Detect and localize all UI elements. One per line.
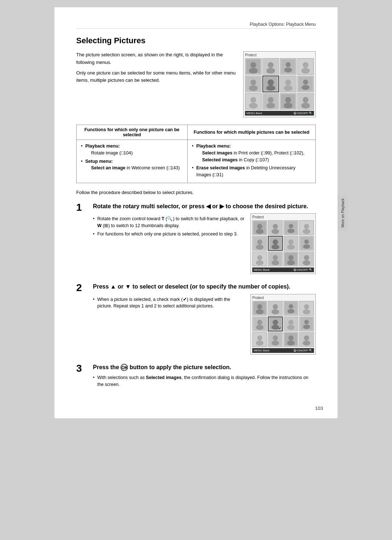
camera-screen-2: Protect: [250, 213, 316, 274]
follow-text: Follow the procedure described below to …: [76, 190, 316, 195]
svg-point-56: [287, 245, 295, 250]
screen-title-2: Protect: [252, 215, 314, 219]
intro-screen-image: Protect: [243, 51, 316, 117]
svg-point-41: [271, 229, 279, 234]
svg-point-77: [271, 310, 279, 315]
svg-point-37: [257, 224, 262, 229]
svg-point-83: [303, 310, 310, 315]
page-title: Selecting Pictures: [76, 36, 316, 45]
thumb: [252, 236, 267, 251]
step-2-number: 2: [76, 283, 87, 293]
thumb: [245, 76, 262, 92]
svg-point-47: [303, 229, 310, 234]
thumb: [299, 236, 314, 251]
svg-point-40: [273, 224, 278, 229]
svg-point-92: [287, 325, 295, 330]
thumb: [268, 220, 283, 235]
svg-point-86: [256, 325, 264, 330]
svg-point-28: [268, 97, 274, 103]
svg-point-10: [303, 62, 309, 68]
table-col2-content: Playback menu: Select images in Print or…: [187, 140, 315, 183]
step-1-image: Protect: [250, 213, 316, 274]
thumb: [252, 317, 267, 331]
svg-point-67: [288, 255, 293, 260]
svg-point-32: [284, 103, 293, 109]
step-3-bullets: With selections such as Selected images,…: [93, 374, 316, 388]
thumb: [252, 301, 267, 316]
camera-screen-1: Protect: [243, 51, 316, 117]
col1-list: Playback menu: Rotate image (□104) Setup…: [81, 143, 183, 172]
col2-list: Playback menu: Select images in Print or…: [192, 143, 311, 178]
thumb: [268, 332, 283, 347]
thumb: [297, 93, 314, 110]
step-1-bullet-1: Rotate the zoom control toward T (🔍) to …: [93, 215, 245, 229]
svg-point-29: [266, 103, 275, 109]
step-3-content: Press the OK button to apply the picture…: [93, 363, 316, 390]
table-col2-header: Functions for which multiple pictures ca…: [187, 125, 315, 140]
svg-point-97: [257, 336, 262, 341]
selection-table: Functions for which only one picture can…: [76, 125, 316, 183]
camera-screen-3: Protect ✔: [250, 294, 316, 355]
thumb: [252, 332, 267, 347]
step-3-bullet-1: With selections such as Selected images,…: [93, 374, 316, 388]
svg-point-46: [304, 224, 309, 229]
svg-point-64: [273, 255, 278, 260]
step-1: 1 Rotate the rotary multi selector, or p…: [76, 202, 316, 274]
thumb: [299, 251, 314, 266]
thumb: [299, 317, 314, 331]
svg-point-62: [256, 260, 264, 265]
thumb: [280, 93, 297, 110]
svg-point-43: [289, 224, 293, 228]
svg-point-22: [303, 80, 308, 85]
screen-bottom-2: MENU Back ⏻ ON/OFF 🔍: [252, 267, 314, 272]
thumb: [262, 76, 279, 92]
page-header: Playback Options: Playback Menu: [76, 22, 316, 29]
svg-point-71: [303, 260, 310, 265]
thumb: [299, 301, 314, 316]
thumb: [252, 251, 267, 266]
svg-point-59: [303, 244, 310, 249]
svg-point-44: [287, 229, 294, 233]
col2-item-2: Erase selected images in Deleting Unnece…: [192, 165, 311, 178]
svg-point-25: [250, 97, 256, 103]
intro-para2: Only one picture can be selected for som…: [76, 69, 236, 85]
svg-point-91: [288, 320, 293, 325]
thumb: [283, 251, 298, 266]
svg-point-35: [301, 103, 310, 109]
svg-point-80: [287, 309, 294, 314]
svg-point-2: [249, 68, 258, 74]
screen-title-1: Protect: [245, 53, 314, 57]
step-2-bullet-1: When a picture is selected, a check mark…: [93, 296, 245, 310]
step-3-number: 3: [76, 363, 87, 374]
table-col1-content: Playback menu: Rotate image (□104) Setup…: [77, 140, 188, 183]
svg-point-104: [287, 341, 295, 346]
thumb: [297, 76, 314, 92]
svg-point-73: [257, 305, 262, 310]
thumb: [297, 58, 314, 75]
thumb: [262, 93, 279, 110]
svg-point-34: [303, 97, 309, 103]
svg-point-26: [249, 103, 258, 109]
svg-point-31: [285, 97, 291, 103]
svg-point-85: [257, 320, 262, 325]
page-number: 103: [315, 406, 323, 411]
intro-text: The picture selection screen, as shown o…: [76, 51, 236, 84]
thumb: [268, 251, 283, 266]
thumb: [299, 220, 314, 235]
page-container: More on Playback Playback Options: Playb…: [54, 7, 338, 418]
step-2-body: When a picture is selected, a check mark…: [93, 294, 316, 355]
thumb: [245, 58, 262, 75]
thumb: [283, 220, 298, 235]
thumb-grid-3: ✔: [252, 301, 314, 347]
svg-point-17: [266, 85, 275, 91]
svg-point-101: [271, 341, 279, 346]
svg-point-52: [273, 239, 278, 245]
step-1-bullets: Rotate the zoom control toward T (🔍) to …: [93, 215, 245, 237]
intro-para1: The picture selection screen, as shown o…: [76, 51, 236, 67]
svg-point-53: [271, 245, 279, 249]
thumb: [268, 236, 283, 251]
thumb-grid-1: [245, 58, 314, 110]
screen-title-3: Protect: [252, 296, 314, 300]
svg-point-50: [256, 245, 264, 250]
thumb: [283, 301, 298, 316]
